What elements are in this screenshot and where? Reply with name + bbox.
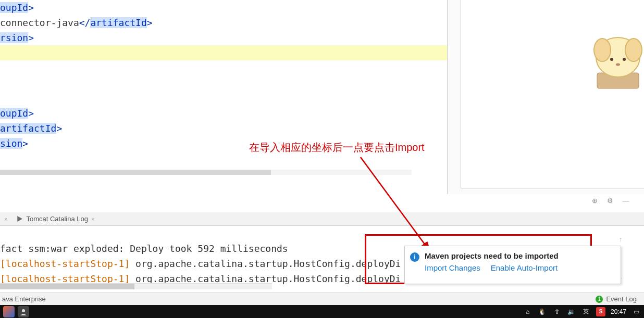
status-bar: ava Enterprise 1 Event Log [0, 292, 644, 305]
code-editor[interactable]: oupId> connector-java</artifactId> rsion… [0, 0, 447, 194]
scroll-up-icon[interactable]: ↑ [619, 235, 628, 245]
code-text: connector-java [0, 17, 79, 28]
svg-point-4 [610, 58, 613, 61]
mascot-image [587, 21, 644, 94]
tab-tomcat-log[interactable]: Tomcat Catalina Log × [11, 213, 98, 224]
tabs-bar: × Tomcat Catalina Log × [0, 212, 644, 226]
panel-toolbar: ⊕ ⚙ — [590, 196, 630, 205]
editor-hscrollbar[interactable] [0, 170, 412, 175]
sound-icon[interactable]: 🔉 [567, 307, 576, 316]
annotation-text: 在导入相应的坐标后一点要点击Import [249, 141, 425, 155]
tag-version: rsion [0, 32, 28, 43]
tag-artifactid2: artifactId [0, 123, 56, 134]
tag-bracket: > [28, 2, 34, 13]
gear-icon[interactable]: ⚙ [605, 196, 615, 205]
svg-point-8 [22, 309, 25, 312]
crosshair-icon[interactable]: ⊕ [590, 196, 599, 205]
console-hscrollbar-thumb[interactable] [0, 284, 134, 289]
event-badge: 1 [596, 296, 603, 303]
svg-point-5 [623, 58, 626, 61]
popup-title: Maven projects need to be imported [425, 251, 615, 260]
import-changes-link[interactable]: Import Changes [425, 263, 480, 272]
svg-point-3 [625, 39, 642, 61]
svg-point-2 [594, 39, 611, 61]
tab-server[interactable]: × [0, 214, 11, 224]
taskbar-app-icon[interactable] [18, 306, 29, 317]
tag-groupid2: oupId [0, 108, 28, 119]
import-popup: i Maven projects need to be imported Imp… [404, 246, 621, 284]
wifi-icon[interactable]: ⇧ [552, 307, 562, 316]
sogou-icon[interactable]: S [596, 307, 605, 316]
notification-icon[interactable]: ▭ [631, 307, 641, 316]
tab-label: Tomcat Catalina Log [26, 215, 88, 223]
tab-close[interactable]: × [91, 216, 94, 222]
console-thread: [localhost-startStop-1] [0, 273, 130, 284]
event-log-link[interactable]: Event Log [606, 295, 637, 303]
tag-artifactid: artifactId [90, 17, 146, 28]
tab-close[interactable]: × [4, 216, 7, 222]
editor-hscrollbar-thumb[interactable] [0, 170, 271, 175]
taskbar-app-icon[interactable] [3, 306, 15, 317]
os-taskbar: ⌂ 🐧 ⇧ 🔉 英 S 20:47 ▭ [0, 305, 644, 318]
clock[interactable]: 20:47 [611, 308, 626, 315]
highlighted-line [0, 45, 447, 60]
status-left[interactable]: ava Enterprise [0, 295, 596, 303]
assist-icon[interactable]: 🐧 [538, 307, 547, 316]
console-hscrollbar[interactable] [0, 283, 272, 289]
taskbar-tray: ⌂ 🐧 ⇧ 🔉 英 S 20:47 ▭ [523, 307, 641, 316]
enable-auto-import-link[interactable]: Enable Auto-Import [491, 263, 558, 272]
ime-indicator[interactable]: 英 [581, 307, 591, 316]
home-icon[interactable]: ⌂ [523, 307, 532, 316]
svg-point-6 [616, 63, 620, 66]
play-icon [16, 215, 23, 223]
tag-version2: sion [0, 138, 22, 149]
tag-groupid: oupId [0, 2, 28, 13]
minimize-icon[interactable]: — [621, 196, 630, 205]
console-thread: [localhost-startStop-1] [0, 258, 130, 269]
console-line: fact ssm:war exploded: Deploy took 592 m… [0, 243, 288, 254]
info-icon: i [410, 252, 419, 262]
